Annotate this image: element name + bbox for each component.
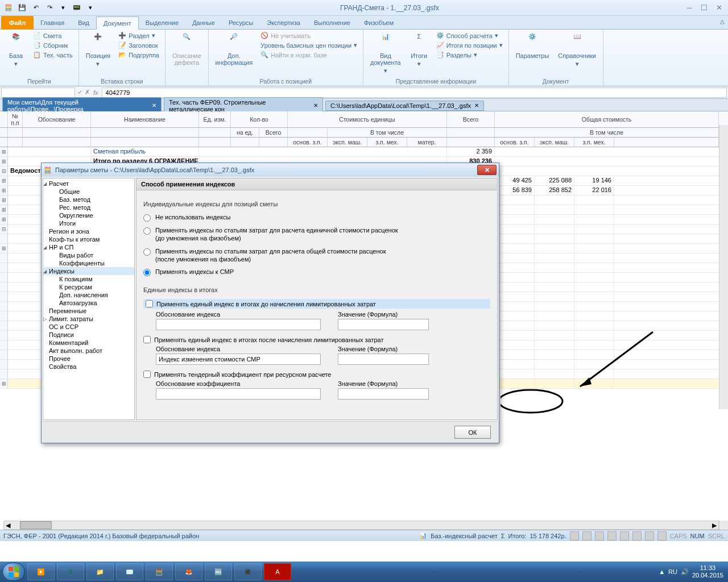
tree-item[interactable]: Комментарий [43,339,134,347]
qat-more-icon[interactable]: ▾ [84,2,97,14]
position-button[interactable]: ➕Позиция▾ [82,31,114,69]
input-value-2[interactable] [338,354,429,365]
status-icon[interactable] [645,531,654,541]
expand-icon[interactable] [0,340,8,350]
expand-icon[interactable] [0,292,8,301]
expand-icon[interactable] [0,331,8,340]
radio-smr[interactable] [143,269,151,276]
close-button[interactable]: ✕ [712,3,726,13]
expand-icon[interactable]: ⊞ [0,244,8,253]
file-tab[interactable]: Файл [1,16,34,30]
calc-icon[interactable]: 📟 [71,2,83,14]
status-icon[interactable] [632,531,642,541]
redo-icon[interactable]: ↷ [43,2,56,14]
base-button[interactable]: 📚База▾ [3,31,28,69]
expand-icon[interactable]: ⊞ [0,186,8,195]
params-button[interactable]: ⚙️Параметры [512,31,553,61]
sbornik-button[interactable]: 📑 Сборник [31,40,75,50]
dialog-close-button[interactable]: ✕ [477,165,497,175]
tree-item[interactable]: Подписи [43,331,134,339]
tray-flag-icon[interactable]: 🔊 [681,568,689,576]
status-icon[interactable] [657,531,667,541]
ribbon-collapse-icon[interactable]: △ [720,18,725,24]
tab-main[interactable]: Главная [34,16,71,29]
tab-resources[interactable]: Ресурсы [222,16,260,29]
undo-icon[interactable]: ↶ [30,2,42,14]
dopinfo-button[interactable]: 🔎Доп. информация [212,31,257,68]
tab-execution[interactable]: Выполнение [307,16,357,29]
tree-item[interactable]: Общие [43,188,134,196]
expand-icon[interactable] [0,273,8,282]
expand-icon[interactable] [0,282,8,292]
close-icon[interactable]: ✕ [313,102,318,109]
tree-item[interactable]: ОС и ССР [43,323,134,331]
itogi-button[interactable]: ΣИтоги▾ [407,31,432,69]
expand-icon[interactable] [0,311,8,321]
close-icon[interactable]: ✕ [474,102,479,109]
task-firefox[interactable]: 🦊 [175,563,202,580]
expand-icon[interactable]: ⊞ [0,176,8,185]
save-icon[interactable]: 💾 [16,2,28,14]
chk-after-limit[interactable] [143,336,151,343]
task-thunderbird[interactable]: ✉️ [116,563,143,580]
input-obosn-1[interactable] [156,319,321,330]
expand-icon[interactable]: ⊞ [0,379,8,388]
expand-icon[interactable]: ⊞ [0,147,8,156]
tree-item[interactable]: Акт выполн. работ [43,347,134,355]
tab-view[interactable]: Вид [71,16,96,29]
expand-icon[interactable] [0,321,8,330]
radio-total-cost[interactable] [143,248,151,256]
tree-item[interactable]: Баз. метод [43,196,134,203]
minimize-button[interactable]: ─ [682,3,696,13]
ok-button[interactable]: ОК [454,426,491,439]
tab-document[interactable]: Документ [96,16,139,30]
razdel-button[interactable]: ➕ Раздел ▾ [116,31,162,40]
tab-expertise[interactable]: Экспертиза [260,16,307,29]
tree-item[interactable]: Прочее [43,355,134,363]
input-obosn-2[interactable] [156,354,321,365]
chk-tender[interactable] [143,371,151,378]
expand-icon[interactable]: ⊞ [0,196,8,205]
tree-item[interactable]: ◢Индексы [43,267,134,275]
expand-icon[interactable]: ⊞ [0,205,8,214]
tree-item[interactable]: К позициям [43,275,134,283]
dialog-titlebar[interactable]: 🧮 Параметры сметы - C:\Users\lad\AppData… [42,163,499,177]
tree-item[interactable]: Округление [43,211,134,219]
expand-icon[interactable] [0,263,8,272]
task-excel[interactable]: X [57,563,84,580]
expand-icon[interactable] [0,302,8,311]
tree-item[interactable]: ▷Лимит. затраты [43,315,134,323]
status-icon[interactable] [582,531,592,541]
task-grandsmeta[interactable]: 🧮 [146,563,173,580]
input-value-3[interactable] [338,388,429,400]
vid-doc-button[interactable]: 📊Вид документа▾ [367,31,404,76]
tree-item[interactable]: Автозагрузка [43,299,134,307]
tray-clock[interactable]: 11:3320.04.2015 [692,564,723,579]
status-icon[interactable] [570,531,579,541]
start-button[interactable] [2,563,25,581]
name-box[interactable] [1,88,75,98]
task-adobe[interactable]: A [264,563,291,580]
radio-no-index[interactable] [143,214,151,222]
expand-icon[interactable] [0,253,8,263]
app-icon[interactable]: 🧮 [2,2,15,14]
tree-item[interactable]: ◢НР и СП [43,243,134,251]
input-obosn-3[interactable] [156,388,321,400]
itogipos-button[interactable]: 📈 Итоги по позиции ▾ [434,40,505,50]
status-icon[interactable] [607,531,617,541]
tray-lang[interactable]: RU [668,568,677,575]
tree-item[interactable]: Регион и зона [43,227,134,235]
zagolovok-button[interactable]: 📝 Заголовок [116,40,162,50]
status-icon[interactable] [595,531,604,541]
level-button[interactable]: Уровень базисных цен позиции ▾ [258,40,359,50]
input-value-1[interactable] [338,319,429,330]
expand-icon[interactable]: ⊞ [0,215,8,224]
task-explorer[interactable]: 📁 [86,563,114,580]
tab-physvolume[interactable]: Физобъем [357,16,400,29]
doctab-3[interactable]: C:\Users\lad\AppData\Local\Temp\1.__27.0… [325,101,484,111]
tree-item[interactable]: Коэффициенты [43,259,134,267]
task-abc[interactable]: 🔤 [205,563,232,580]
tree-item[interactable]: Рес. метод [43,203,134,211]
tree-item[interactable]: Виды работ [43,251,134,259]
razdely-button[interactable]: 📑 Разделы ▾ [434,50,505,60]
